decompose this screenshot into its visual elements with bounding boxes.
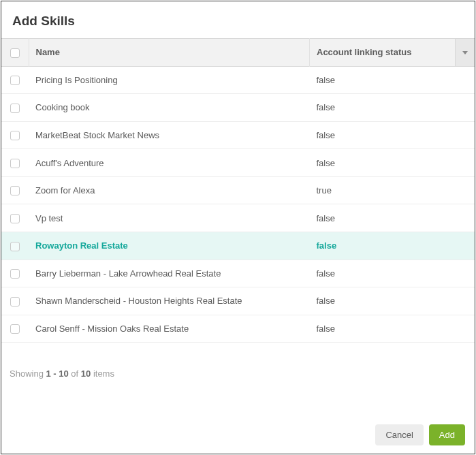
row-checkbox[interactable]: [10, 269, 20, 279]
pagination-middle: of: [69, 368, 81, 379]
select-all-checkbox[interactable]: [10, 48, 20, 58]
table-header-row: Name Account linking status: [1, 39, 475, 67]
row-name-cell: Cooking book: [29, 94, 310, 122]
row-name-cell: Acuff's Adventure: [29, 149, 310, 177]
row-checkbox-cell: [1, 260, 29, 287]
row-name-cell: Barry Lieberman - Lake Arrowhead Real Es…: [29, 260, 310, 287]
row-checkbox[interactable]: [10, 131, 20, 140]
column-header-select: [1, 39, 29, 67]
column-header-status[interactable]: Account linking status: [310, 39, 456, 67]
column-header-name[interactable]: Name: [29, 39, 310, 67]
table-row[interactable]: MarketBeat Stock Market Newsfalse: [1, 121, 475, 149]
row-status-cell: false: [310, 204, 475, 232]
row-name-cell: Rowayton Real Estate: [29, 232, 310, 260]
row-status-cell: false: [310, 315, 475, 343]
table-row[interactable]: Carol Senff - Mission Oaks Real Estatefa…: [1, 315, 475, 343]
pagination-suffix: items: [91, 368, 114, 379]
table-row[interactable]: Shawn Manderscheid - Houston Heights Rea…: [1, 287, 475, 315]
row-name-cell: Vp test: [29, 204, 310, 232]
pagination-range: 1 - 10: [46, 368, 68, 379]
row-status-cell: false: [310, 94, 475, 122]
row-checkbox-cell: [1, 232, 29, 260]
table-row[interactable]: Vp testfalse: [1, 204, 475, 232]
add-button[interactable]: Add: [429, 424, 465, 445]
cancel-button[interactable]: Cancel: [375, 424, 423, 445]
dialog-footer: Cancel Add: [1, 416, 475, 454]
row-name-cell: Carol Senff - Mission Oaks Real Estate: [29, 315, 310, 343]
row-status-cell: false: [310, 260, 475, 287]
add-skills-dialog: Add Skills Name Account linking status P…: [1, 1, 475, 454]
row-checkbox-cell: [1, 149, 29, 177]
row-checkbox[interactable]: [10, 242, 20, 251]
row-status-cell: false: [310, 287, 475, 315]
table-row[interactable]: Barry Lieberman - Lake Arrowhead Real Es…: [1, 260, 475, 287]
chevron-down-icon: [462, 51, 468, 54]
row-name-cell: Shawn Manderscheid - Houston Heights Rea…: [29, 287, 310, 315]
row-checkbox-cell: [1, 287, 29, 315]
row-status-cell: true: [310, 176, 475, 204]
row-checkbox-cell: [1, 204, 29, 232]
row-name-cell: MarketBeat Stock Market News: [29, 121, 310, 149]
table-row[interactable]: Zoom for Alexatrue: [1, 176, 475, 204]
row-checkbox[interactable]: [10, 104, 20, 113]
row-name-cell: Pricing Is Positioning: [29, 66, 310, 94]
row-checkbox[interactable]: [10, 324, 20, 334]
column-options-button[interactable]: [456, 39, 475, 67]
row-name-cell: Zoom for Alexa: [29, 176, 310, 204]
pagination-total: 10: [81, 368, 91, 379]
skills-table: Name Account linking status Pricing Is P…: [1, 38, 475, 343]
row-checkbox[interactable]: [10, 76, 20, 85]
row-checkbox[interactable]: [10, 297, 20, 307]
row-checkbox-cell: [1, 94, 29, 122]
dialog-title: Add Skills: [12, 14, 464, 29]
row-checkbox[interactable]: [10, 214, 20, 223]
row-checkbox-cell: [1, 315, 29, 343]
row-status-cell: false: [310, 232, 475, 260]
table-row[interactable]: Cooking bookfalse: [1, 94, 475, 122]
table-row[interactable]: Pricing Is Positioningfalse: [1, 66, 475, 94]
pagination-info: Showing 1 - 10 of 10 items: [1, 343, 475, 387]
table-row[interactable]: Rowayton Real Estatefalse: [1, 232, 475, 260]
row-checkbox[interactable]: [10, 186, 20, 195]
pagination-prefix: Showing: [10, 368, 46, 379]
table-row[interactable]: Acuff's Adventurefalse: [1, 149, 475, 177]
row-checkbox-cell: [1, 176, 29, 204]
row-status-cell: false: [310, 121, 475, 149]
row-checkbox-cell: [1, 121, 29, 149]
row-checkbox[interactable]: [10, 159, 20, 168]
row-checkbox-cell: [1, 66, 29, 94]
row-status-cell: false: [310, 66, 475, 94]
row-status-cell: false: [310, 149, 475, 177]
dialog-header: Add Skills: [1, 1, 475, 38]
